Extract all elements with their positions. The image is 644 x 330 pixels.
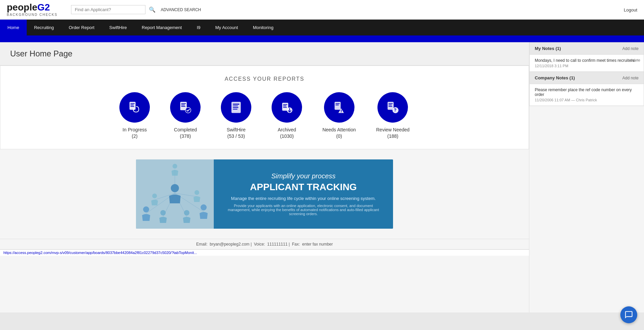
my-notes-title: My Notes (1) <box>535 46 561 51</box>
svg-rect-1 <box>131 103 135 104</box>
svg-rect-19 <box>283 107 287 108</box>
svg-rect-29 <box>389 106 392 107</box>
svg-rect-2 <box>131 105 134 105</box>
svg-rect-27 <box>389 103 393 104</box>
svg-point-42 <box>201 204 207 210</box>
svg-rect-21 <box>335 102 341 110</box>
add-my-note-button[interactable]: Add note <box>622 46 639 51</box>
svg-rect-11 <box>233 104 239 105</box>
footer-fax-value: enter fax number <box>302 242 333 247</box>
nav-item-monitoring[interactable]: Monitoring <box>246 20 281 35</box>
content-area: User Home Page ACCESS YOUR REPORTS <box>0 42 529 312</box>
svg-rect-0 <box>130 102 136 110</box>
reports-section-title: ACCESS YOUR REPORTS <box>10 76 519 82</box>
report-item-review-needed[interactable]: ? Review Needed (188) <box>376 92 410 139</box>
svg-point-46 <box>194 190 199 195</box>
svg-rect-7 <box>181 105 185 105</box>
report-icon-swifthire <box>221 92 251 123</box>
banner-tagline: Simplify your process <box>271 172 336 180</box>
footer-voice-value: 111111111 <box>267 242 288 247</box>
svg-rect-12 <box>233 106 238 106</box>
svg-rect-6 <box>181 103 186 104</box>
nav-item-report-management[interactable]: Report Management <box>134 20 189 35</box>
my-note-date: 12/11/2018 3:11 PM <box>535 64 639 68</box>
svg-point-47 <box>172 164 177 169</box>
report-label-completed: Completed <box>174 127 197 133</box>
reports-icons-row: In Progress (2) <box>10 92 519 139</box>
banner-main-title: APPLICANT TRACKING <box>250 182 357 193</box>
svg-text:?: ? <box>394 108 397 112</box>
svg-rect-14 <box>233 109 238 109</box>
footer-bar: Email: bryan@peopleg2.com | Voice: 11111… <box>0 239 529 249</box>
svg-point-45 <box>152 194 157 198</box>
report-icon-needs-attention <box>324 92 354 123</box>
logo-subtitle: BACKGROUND CHECKS <box>7 13 58 17</box>
report-label-in-progress: In Progress <box>122 127 147 133</box>
banner-text-area: Simplify your process APPLICANT TRACKING… <box>214 159 393 229</box>
my-note-entry: Mondays, I need to call to confirm meet … <box>530 55 644 72</box>
report-item-swifthire[interactable]: SwiftHire (53 / 53) <box>221 92 251 139</box>
nav-item-swifthire[interactable]: SwiftHire <box>102 20 134 35</box>
search-input[interactable] <box>71 5 145 14</box>
logout-button[interactable]: Logout <box>624 7 637 12</box>
my-note-text: Mondays, I need to call to confirm meet … <box>535 58 639 63</box>
svg-point-25 <box>341 112 341 112</box>
page-title-bar: User Home Page <box>0 42 529 66</box>
nav-item-recruiting[interactable]: Recruiting <box>27 20 62 35</box>
status-url: https://access.peopleg2.com/mvp-s/v09/cu… <box>3 251 197 255</box>
reports-section: ACCESS YOUR REPORTS <box>0 66 529 149</box>
svg-rect-13 <box>233 107 239 108</box>
footer-voice-label: Voice: <box>254 242 265 247</box>
svg-rect-28 <box>389 105 392 105</box>
banner-area: Simplify your process APPLICANT TRACKING… <box>0 149 529 239</box>
svg-rect-8 <box>181 106 185 107</box>
review-needed-icon: ? <box>385 100 400 115</box>
nav-item-my-account[interactable]: My Account <box>208 20 245 35</box>
my-notes-header: My Notes (1) Add note <box>530 43 644 55</box>
report-label-review-needed: Review Needed <box>376 127 410 133</box>
svg-rect-22 <box>336 103 340 104</box>
report-count-archived: (1030) <box>280 133 294 139</box>
logo: peopleG2 <box>7 3 58 12</box>
advanced-search-link[interactable]: ADVANCED SEARCH <box>161 7 201 12</box>
needs-attention-icon <box>332 100 347 115</box>
report-item-archived[interactable]: Archived (1030) <box>272 92 302 139</box>
company-notes-title: Company Notes (1) <box>535 75 575 80</box>
add-company-note-button[interactable]: Add note <box>622 76 639 80</box>
report-item-completed[interactable]: Completed (378) <box>170 92 201 139</box>
status-bar: https://access.peopleg2.com/mvp-s/v09/cu… <box>0 249 529 256</box>
svg-rect-17 <box>283 104 287 105</box>
nav-item-i9[interactable]: I9 <box>189 20 208 35</box>
report-label-needs-attention: Needs Attention <box>322 127 356 133</box>
applicant-tracking-banner: Simplify your process APPLICANT TRACKING… <box>136 159 393 229</box>
archived-icon <box>279 100 294 115</box>
chat-button[interactable] <box>620 306 637 323</box>
report-item-needs-attention[interactable]: Needs Attention (0) <box>322 92 356 139</box>
nav-item-order-report[interactable]: Order Report <box>61 20 102 35</box>
nav-item-home[interactable]: Home <box>0 20 27 35</box>
blue-accent-banner <box>0 35 644 42</box>
report-label-swifthire: SwiftHire <box>227 127 246 133</box>
report-count-review-needed: (188) <box>387 133 398 139</box>
search-button[interactable]: 🔍 <box>149 6 156 13</box>
svg-rect-18 <box>283 106 286 106</box>
my-note-delete-button[interactable]: delete <box>630 58 640 62</box>
banner-people-area <box>136 159 214 229</box>
search-area: 🔍 ADVANCED SEARCH <box>71 5 201 14</box>
report-count-completed: (378) <box>180 133 191 139</box>
page-title: User Home Page <box>10 49 519 58</box>
report-icon-in-progress <box>119 92 150 123</box>
swifthire-icon <box>229 100 244 115</box>
report-icon-completed <box>170 92 201 123</box>
company-note-text: Please remember place the ref code numbe… <box>535 87 639 97</box>
main-wrapper: User Home Page ACCESS YOUR REPORTS <box>0 42 644 312</box>
report-icon-review-needed: ? <box>377 92 408 123</box>
sidebar: My Notes (1) Add note Mondays, I need to… <box>529 42 644 312</box>
company-note-entry: Please remember place the ref code numbe… <box>530 84 644 106</box>
footer-fax-label: Fax: <box>292 242 300 247</box>
svg-rect-26 <box>388 102 394 110</box>
report-item-in-progress[interactable]: In Progress (2) <box>119 92 150 139</box>
svg-rect-24 <box>341 110 341 112</box>
svg-point-40 <box>171 184 179 192</box>
svg-point-43 <box>160 210 166 215</box>
